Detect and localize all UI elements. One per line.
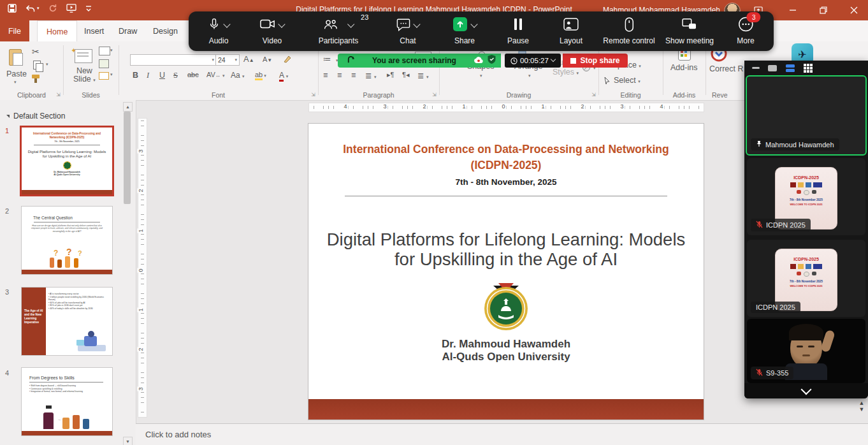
increase-font-icon[interactable]: A▲	[243, 54, 254, 64]
tab-insert[interactable]: Insert	[75, 20, 113, 41]
panel-grid-view-icon[interactable]	[800, 63, 816, 73]
format-painter-icon[interactable]	[32, 75, 41, 82]
video-tile-icdpn-1[interactable]: ICDPN-2025 7th - 8th November 2025 WELCO…	[747, 158, 865, 235]
chat-chevron-icon[interactable]	[413, 20, 420, 27]
select-button[interactable]: Select ▾	[614, 76, 640, 85]
align-right-icon[interactable]: ≡	[351, 71, 356, 80]
copy-dropdown-icon[interactable]: ▾	[46, 62, 48, 67]
highlight-color-icon[interactable]: ab▾	[255, 71, 266, 78]
underline-button[interactable]: U	[159, 71, 165, 80]
reset-slide-icon[interactable]	[99, 59, 109, 68]
close-button[interactable]	[840, 0, 868, 20]
zoom-remote-control-button[interactable]: Remote control	[603, 16, 655, 45]
italic-button[interactable]: I	[147, 71, 149, 80]
slide-thumbnail-3[interactable]: The Age of AI and the New Learning Imper…	[21, 287, 113, 356]
scroll-down-icon[interactable]: ▼	[123, 437, 133, 445]
new-slide-label[interactable]: NewSlide ▾	[73, 67, 96, 84]
copy-icon[interactable]	[33, 61, 41, 69]
clear-formatting-icon[interactable]	[283, 54, 292, 65]
slide-canvas[interactable]: International Conference on Data-Process…	[308, 123, 704, 420]
clipboard-dialog-launcher[interactable]: ⇲	[56, 92, 61, 98]
sharing-timer[interactable]: 00:05:27	[505, 54, 561, 68]
panel-minimize-icon[interactable]	[748, 63, 763, 73]
slide-thumbnail-4[interactable]: From Degrees to Skills • Shift from degr…	[21, 367, 113, 436]
decrease-font-icon[interactable]: A▼	[263, 55, 272, 63]
video-options-chevron-icon[interactable]	[278, 20, 285, 27]
arrange-dropdown-icon[interactable]: ▾	[528, 73, 531, 78]
stop-share-button[interactable]: Stop share	[563, 54, 628, 68]
share-chevron-icon[interactable]	[470, 20, 477, 27]
slide-layout-icon[interactable]	[99, 47, 110, 55]
tab-file[interactable]: File	[0, 20, 29, 41]
thumbnail-scrollbar[interactable]: ▲ ▼	[123, 102, 132, 445]
thumb3-sidebar: The Age of AI and the New Learning Imper…	[22, 288, 46, 355]
justify-icon[interactable]: ≣ ▾	[365, 71, 376, 80]
correct-addin-button[interactable]: Correct R	[709, 64, 743, 73]
character-spacing-icon[interactable]: AV↔ ▾	[206, 71, 224, 78]
thumb2-title: The Central Question	[33, 215, 112, 220]
section-icon[interactable]	[99, 72, 109, 80]
zoom-layout-button[interactable]: Layout	[560, 16, 582, 45]
zoom-video-button[interactable]: Video	[260, 16, 284, 45]
thumb1-conference: International Conference on Data-Process…	[22, 132, 112, 140]
restore-button[interactable]	[809, 0, 837, 20]
zoom-pause-button[interactable]: Pause	[507, 16, 529, 45]
slide-thumbnail-1[interactable]: International Conference on Data-Process…	[20, 126, 114, 196]
paste-icon[interactable]	[9, 48, 24, 67]
next-slide-icon[interactable]: ▼	[857, 406, 867, 412]
section-header[interactable]: Default Section	[6, 112, 65, 120]
section-collapse-icon[interactable]	[6, 115, 10, 118]
tab-home[interactable]: Home	[37, 20, 77, 42]
font-color-icon[interactable]: A ▾	[279, 71, 288, 80]
scroll-up-icon[interactable]: ▲	[123, 102, 133, 112]
text-direction-ltr-icon[interactable]: ▸¶	[387, 71, 394, 79]
zoom-chat-button[interactable]: Chat	[396, 16, 419, 45]
video-tile-icdpn-2[interactable]: ICDPN-2025 7th - 8th November 2025 WELCO…	[747, 240, 865, 317]
slide-navigation[interactable]: ▲ ▼	[857, 400, 867, 412]
section-dropdown-icon[interactable]: ▾	[110, 72, 113, 77]
panel-gallery-strip-icon[interactable]	[783, 63, 798, 73]
new-slide-icon[interactable]: ✦	[72, 48, 91, 64]
change-case-icon[interactable]: Aa ▾	[231, 71, 245, 80]
slide-layout-dropdown-icon[interactable]: ▾	[110, 48, 113, 53]
zoom-participants-button[interactable]: 23 Participants	[319, 16, 359, 45]
cut-icon[interactable]: ✂	[32, 47, 40, 57]
font-name-box[interactable]: ▾	[130, 54, 217, 66]
addins-button[interactable]: Add-ins	[670, 63, 697, 72]
panel-scroll-more-button[interactable]	[744, 383, 868, 398]
minimize-button[interactable]	[779, 0, 807, 20]
scrollbar-thumb[interactable]	[124, 112, 131, 204]
strikethrough-button[interactable]: S	[173, 71, 178, 80]
paste-label[interactable]: Paste	[6, 69, 27, 78]
zoom-more-button[interactable]: 3 More	[737, 16, 754, 45]
align-left-icon[interactable]: ≡	[323, 71, 328, 80]
font-dialog-launcher[interactable]: ⇲	[311, 92, 315, 98]
bullets-icon[interactable]: ≔ ▾	[323, 54, 340, 64]
notes-placeholder[interactable]: Click to add notes	[145, 430, 211, 439]
select-cursor-icon[interactable]	[604, 76, 611, 87]
tab-draw[interactable]: Draw	[110, 20, 146, 41]
notes-pane[interactable]: Click to add notes	[136, 423, 868, 445]
panel-speaker-view-icon[interactable]	[765, 63, 780, 73]
subscript-icon[interactable]: abc	[187, 71, 199, 78]
ruler-number: 4	[658, 103, 664, 110]
zoom-share-button[interactable]: Share	[452, 16, 477, 45]
zoom-show-meeting-button[interactable]: Show meeting	[665, 16, 714, 45]
video-tile-s9-355[interactable]: S9-355	[747, 319, 865, 383]
slide-thumbnail-2[interactable]: The Central Question How can we design d…	[21, 206, 113, 275]
video-tile-mahmoud[interactable]: Mahmoud Hawamdeh	[746, 75, 867, 156]
zoom-audio-button[interactable]: Audio	[208, 16, 229, 45]
columns-icon[interactable]: ≣ ▾	[417, 71, 428, 80]
align-center-icon[interactable]: ≡	[337, 71, 342, 80]
audio-options-chevron-icon[interactable]	[223, 20, 230, 27]
paste-dropdown-icon[interactable]: ▾	[14, 80, 17, 85]
bold-button[interactable]: B	[133, 71, 138, 80]
participants-chevron-icon[interactable]	[347, 20, 354, 27]
tab-design[interactable]: Design	[144, 20, 187, 41]
shapes-dropdown-icon[interactable]: ▾	[480, 73, 482, 78]
paragraph-dialog-launcher[interactable]: ⇲	[432, 92, 437, 98]
previous-slide-icon[interactable]: ▲	[857, 400, 867, 406]
drawing-dialog-launcher[interactable]: ⇲	[591, 92, 596, 98]
font-size-box[interactable]: 24▾	[215, 54, 240, 66]
text-direction-rtl-icon[interactable]: ¶◂	[402, 71, 409, 79]
